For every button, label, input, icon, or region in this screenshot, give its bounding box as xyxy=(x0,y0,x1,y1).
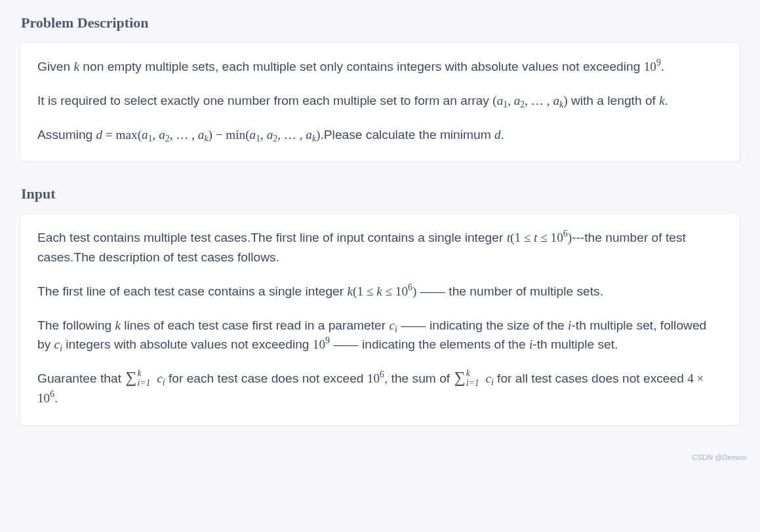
text: .Please calculate the minimum xyxy=(320,128,494,142)
text: , … , xyxy=(170,128,198,142)
math-sum-ci-1: ∑ki=1ci xyxy=(125,371,165,385)
text: —— the number of multiple sets. xyxy=(416,284,603,298)
op: ≤ xyxy=(537,231,550,244)
math-ci: ci xyxy=(54,337,62,351)
var: k xyxy=(376,284,382,298)
text: It is required to select exactly one num… xyxy=(37,94,492,107)
num: 1 xyxy=(514,231,521,244)
text: lines of each test case first read in a … xyxy=(121,318,390,332)
sum-lower: i=1 xyxy=(466,376,479,390)
text: —— indicating the elements of the xyxy=(330,337,529,351)
op-min: min xyxy=(226,128,245,142)
num: 10 xyxy=(395,284,408,298)
var: a xyxy=(267,128,273,142)
watermark: CSDN @Demoo. xyxy=(692,453,748,461)
math-k-bound: k(1 ≤ k ≤ 106) xyxy=(347,284,416,298)
num: 10 xyxy=(551,231,563,244)
var: c xyxy=(485,371,491,385)
op-max: max xyxy=(116,128,138,142)
card-problem: Given k non empty multiple sets, each mu… xyxy=(20,42,740,162)
text: The first line of each test case contain… xyxy=(37,284,347,298)
problem-para-1: Given k non empty multiple sets, each mu… xyxy=(37,57,723,77)
exponent: 9 xyxy=(325,336,330,346)
text: . xyxy=(501,128,504,142)
var: a xyxy=(514,94,521,107)
section-title-input: Input xyxy=(21,185,740,202)
text: -th multiple set. xyxy=(532,337,618,351)
op: − xyxy=(212,128,226,142)
math-sum-ci-2: ∑ki=1ci xyxy=(454,371,494,385)
input-para-4: Guarantee that ∑ki=1ci for each test cas… xyxy=(37,369,723,408)
num: 10 xyxy=(313,337,325,351)
text: with a length of xyxy=(568,94,660,107)
text: 10 xyxy=(644,60,656,73)
var: a xyxy=(497,94,504,107)
num: 10 xyxy=(37,391,50,405)
text: for each test case does not exceed xyxy=(165,371,367,385)
sum-lower: i=1 xyxy=(136,376,150,390)
num: 10 xyxy=(367,371,380,385)
text: , the sum of xyxy=(384,371,454,385)
sub: 1 xyxy=(148,133,153,143)
math-array-tuple: (a1, a2, … , ak) xyxy=(492,94,567,107)
var: c xyxy=(54,337,60,351)
math-ci: ci xyxy=(389,318,397,332)
sub: 2 xyxy=(165,133,170,143)
var: d xyxy=(96,128,103,142)
op: ≤ xyxy=(382,284,395,298)
text: Assuming xyxy=(37,128,96,142)
var: k xyxy=(347,284,353,298)
card-input: Each test contains multiple test cases.T… xyxy=(20,213,740,425)
var: a xyxy=(198,128,205,142)
problem-para-2: It is required to select exactly one num… xyxy=(37,91,723,111)
var: a xyxy=(159,128,165,142)
section-title-problem: Problem Description xyxy=(21,14,740,31)
problem-para-3: Assuming d = max(a1, a2, … , ak) − min(a… xyxy=(37,125,723,145)
text: Guarantee that xyxy=(37,371,125,385)
math-power-10-9: 109 xyxy=(644,60,661,73)
exponent: 6 xyxy=(408,282,412,292)
text: non empty multiple sets, each multiple s… xyxy=(79,60,644,73)
text: Each test contains multiple test cases.T… xyxy=(37,231,507,244)
math-power-10-9: 109 xyxy=(313,337,330,351)
var: a xyxy=(306,128,312,142)
var: a xyxy=(250,128,256,142)
num: 4 xyxy=(687,371,694,385)
math-power-10-6: 106 xyxy=(367,371,384,385)
text: Given xyxy=(37,60,73,73)
math-var-k: k xyxy=(115,318,121,332)
text: . xyxy=(661,60,664,73)
input-para-1: Each test contains multiple test cases.T… xyxy=(37,228,723,267)
math-var-d: d xyxy=(494,128,501,142)
op: = xyxy=(102,128,115,142)
math-expression-d: d = max(a1, a2, … , ak) − min(a1, a2, … … xyxy=(96,128,321,142)
exponent: 9 xyxy=(656,58,661,67)
text: , xyxy=(260,128,267,142)
math-var-k: k xyxy=(659,94,665,107)
text: , xyxy=(153,128,159,142)
var: c xyxy=(157,371,163,385)
op: × xyxy=(694,371,704,385)
var: a xyxy=(553,94,559,107)
var: c xyxy=(389,318,395,332)
exponent: 6 xyxy=(380,370,384,379)
op: ≤ xyxy=(521,231,534,244)
op: ≤ xyxy=(363,284,376,298)
math-var-k: k xyxy=(73,60,79,73)
text: . xyxy=(54,391,58,405)
text: —— indicating the size of the xyxy=(397,318,568,332)
exponent: 6 xyxy=(563,229,568,239)
text: , … , xyxy=(277,128,306,142)
text: The following xyxy=(37,318,115,332)
input-para-3: The following k lines of each test case … xyxy=(37,316,723,355)
text: , … , xyxy=(525,94,553,107)
num: 1 xyxy=(357,284,363,298)
text: for all test cases does not exceed xyxy=(494,371,687,385)
text: . xyxy=(665,94,668,107)
text: , xyxy=(508,94,514,107)
input-para-2: The first line of each test case contain… xyxy=(37,282,723,301)
text: integers with absolute values not exceed… xyxy=(62,337,313,351)
var: a xyxy=(142,128,148,142)
math-t-bound: t(1 ≤ t ≤ 106) xyxy=(507,231,572,244)
